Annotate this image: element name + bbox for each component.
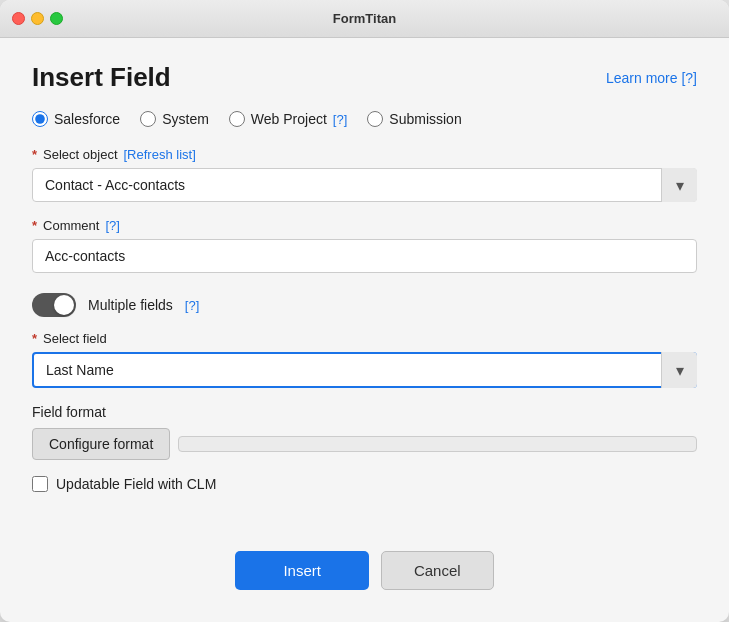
comment-label-row: * Comment [?] — [32, 218, 697, 233]
select-object-label: Select object — [43, 147, 117, 162]
radio-salesforce[interactable] — [32, 111, 48, 127]
configure-format-button[interactable]: Configure format — [32, 428, 170, 460]
app-window: FormTitan Insert Field Learn more [?] Sa… — [0, 0, 729, 622]
page-title: Insert Field — [32, 62, 171, 93]
field-format-label: Field format — [32, 404, 697, 420]
web-project-help-link[interactable]: [?] — [333, 112, 347, 127]
dialog-content: Insert Field Learn more [?] Salesforce S… — [0, 38, 729, 622]
radio-system[interactable] — [140, 111, 156, 127]
updatable-field-checkbox[interactable] — [32, 476, 48, 492]
select-field-label-row: * Select field — [32, 331, 697, 346]
window-title: FormTitan — [333, 11, 396, 26]
maximize-button[interactable] — [50, 12, 63, 25]
radio-submission-label: Submission — [389, 111, 461, 127]
refresh-list-link[interactable]: [Refresh list] — [124, 147, 196, 162]
radio-option-submission[interactable]: Submission — [367, 111, 461, 127]
radio-salesforce-label: Salesforce — [54, 111, 120, 127]
comment-required: * — [32, 218, 37, 233]
radio-option-salesforce[interactable]: Salesforce — [32, 111, 120, 127]
multiple-fields-toggle[interactable] — [32, 293, 76, 317]
select-field-label: Select field — [43, 331, 107, 346]
select-object-group: * Select object [Refresh list] Contact -… — [32, 147, 697, 202]
select-field-group: * Select field Last Name — [32, 331, 697, 388]
select-field-required: * — [32, 331, 37, 346]
minimize-button[interactable] — [31, 12, 44, 25]
updatable-field-row: Updatable Field with CLM — [32, 476, 697, 492]
close-button[interactable] — [12, 12, 25, 25]
learn-more-link[interactable]: Learn more [?] — [606, 70, 697, 86]
radio-option-system[interactable]: System — [140, 111, 209, 127]
comment-input[interactable] — [32, 239, 697, 273]
radio-web-project[interactable] — [229, 111, 245, 127]
select-object-dropdown[interactable]: Contact - Acc-contacts — [32, 168, 697, 202]
comment-help-link[interactable]: [?] — [105, 218, 119, 233]
dialog-footer: Insert Cancel — [32, 535, 697, 598]
select-field-wrapper: Last Name — [32, 352, 697, 388]
updatable-field-label: Updatable Field with CLM — [56, 476, 216, 492]
radio-option-web-project[interactable]: Web Project [?] — [229, 111, 347, 127]
comment-label: Comment — [43, 218, 99, 233]
radio-system-label: System — [162, 111, 209, 127]
field-format-inner: Configure format — [32, 428, 697, 460]
radio-submission[interactable] — [367, 111, 383, 127]
select-object-label-row: * Select object [Refresh list] — [32, 147, 697, 162]
header-row: Insert Field Learn more [?] — [32, 62, 697, 93]
select-object-required: * — [32, 147, 37, 162]
insert-button[interactable]: Insert — [235, 551, 369, 590]
cancel-button[interactable]: Cancel — [381, 551, 494, 590]
source-radio-group: Salesforce System Web Project [?] Submis… — [32, 111, 697, 127]
traffic-lights — [12, 12, 63, 25]
format-value-display — [178, 436, 697, 452]
title-bar: FormTitan — [0, 0, 729, 38]
multiple-fields-help-link[interactable]: [?] — [185, 298, 199, 313]
field-format-group: Field format Configure format — [32, 404, 697, 460]
radio-web-project-label: Web Project — [251, 111, 327, 127]
select-object-wrapper: Contact - Acc-contacts — [32, 168, 697, 202]
select-field-dropdown[interactable]: Last Name — [32, 352, 697, 388]
multiple-fields-label: Multiple fields — [88, 297, 173, 313]
comment-group: * Comment [?] — [32, 218, 697, 273]
multiple-fields-row: Multiple fields [?] — [32, 293, 697, 317]
